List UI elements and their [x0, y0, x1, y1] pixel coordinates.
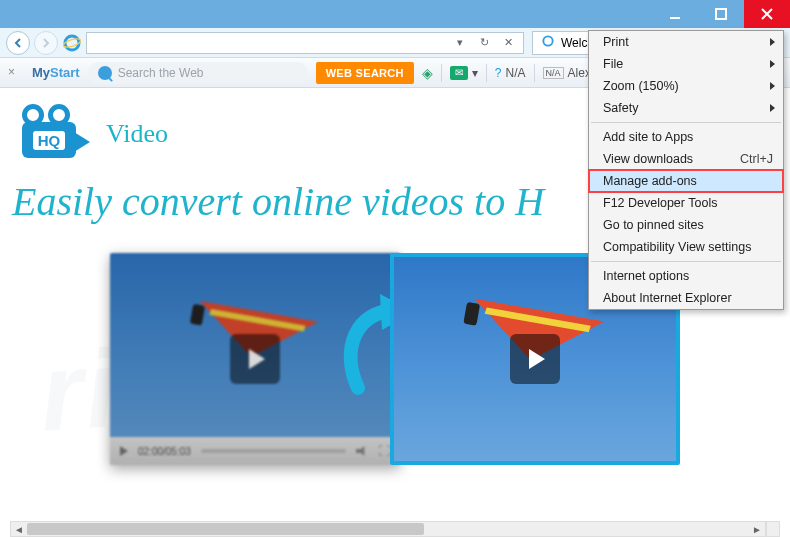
minimize-button[interactable]	[652, 0, 698, 28]
menu-separator	[591, 261, 781, 262]
window-titlebar	[0, 0, 790, 28]
product-name: Video	[106, 119, 168, 149]
ie-logo-icon	[62, 33, 82, 53]
toolbar-rank-1[interactable]: ?N/A	[495, 66, 526, 80]
svg-point-2	[65, 36, 79, 50]
toolbar-separator	[486, 64, 487, 82]
menu-zoom[interactable]: Zoom (150%)	[589, 75, 783, 97]
play-icon[interactable]	[230, 334, 280, 384]
tools-menu: Print File Zoom (150%) Safety Add site t…	[588, 30, 784, 310]
menu-manage-addons[interactable]: Manage add-ons	[589, 170, 783, 192]
toolbar-close-icon[interactable]: ×	[8, 65, 24, 81]
svg-rect-0	[670, 17, 680, 19]
address-bar[interactable]: ▾ ↻ ✕	[86, 32, 524, 54]
back-button[interactable]	[6, 31, 30, 55]
toolbar-mail[interactable]: ✉▾	[450, 66, 478, 80]
svg-point-4	[543, 36, 552, 45]
video-time: 02:00/05:03	[138, 446, 191, 457]
menu-print[interactable]: Print	[589, 31, 783, 53]
web-search-button[interactable]: WEB SEARCH	[316, 62, 414, 84]
seek-bar[interactable]	[201, 449, 346, 453]
search-placeholder: Search the Web	[118, 66, 204, 80]
volume-icon[interactable]	[356, 446, 368, 456]
scroll-left-icon[interactable]: ◄	[11, 522, 27, 536]
forward-button[interactable]	[34, 31, 58, 55]
mystart-logo[interactable]: MyStart	[32, 65, 80, 80]
search-icon	[98, 66, 112, 80]
stop-icon[interactable]: ✕	[499, 34, 517, 52]
toolbar-search-input[interactable]: Search the Web	[88, 62, 308, 84]
menu-separator	[591, 122, 781, 123]
menu-pinned-sites[interactable]: Go to pinned sites	[589, 214, 783, 236]
menu-compat-view[interactable]: Compatibility View settings	[589, 236, 783, 258]
play-icon[interactable]	[510, 334, 560, 384]
maximize-button[interactable]	[698, 0, 744, 28]
refresh-icon[interactable]: ↻	[475, 34, 493, 52]
scroll-corner	[766, 521, 780, 537]
scroll-thumb[interactable]	[27, 523, 424, 535]
ie-page-icon	[541, 34, 555, 51]
toolbar-diamond-icon[interactable]: ◈	[422, 65, 433, 81]
scroll-right-icon[interactable]: ►	[749, 522, 765, 536]
menu-add-site[interactable]: Add site to Apps	[589, 126, 783, 148]
menu-about-ie[interactable]: About Internet Explorer	[589, 287, 783, 309]
svg-rect-1	[716, 9, 726, 19]
menu-file[interactable]: File	[589, 53, 783, 75]
menu-internet-options[interactable]: Internet options	[589, 265, 783, 287]
dropdown-icon[interactable]: ▾	[451, 34, 469, 52]
toolbar-separator	[534, 64, 535, 82]
video-controls[interactable]: 02:00/05:03 ⛶	[110, 437, 400, 465]
horizontal-scrollbar[interactable]: ◄ ►	[10, 521, 766, 537]
menu-f12[interactable]: F12 Developer Tools	[589, 192, 783, 214]
scroll-track[interactable]	[27, 522, 749, 536]
menu-view-downloads[interactable]: View downloadsCtrl+J	[589, 148, 783, 170]
menu-safety[interactable]: Safety	[589, 97, 783, 119]
play-small-icon[interactable]	[120, 446, 128, 456]
toolbar-separator	[441, 64, 442, 82]
hq-camera-icon: HQ	[16, 104, 94, 164]
close-button[interactable]	[744, 0, 790, 28]
fullscreen-icon[interactable]: ⛶	[378, 444, 390, 458]
